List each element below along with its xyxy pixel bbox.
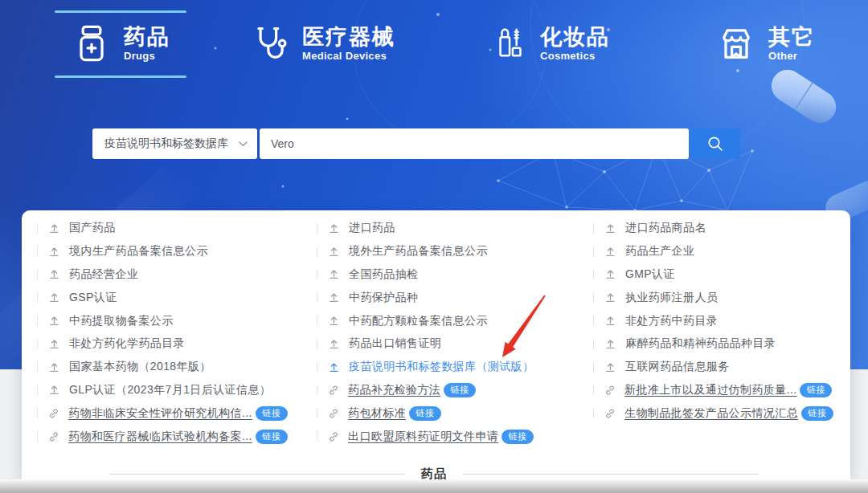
database-link-item[interactable]: 境内生产药品备案信息公示 [37,240,314,263]
chevron-down-icon [239,141,248,147]
link-label: 中药保护品种 [349,291,418,305]
database-select[interactable]: 疫苗说明书和标签数据库 [92,128,257,159]
database-link-item[interactable]: GSP认证 [37,286,314,309]
link-label: 药物非临床安全性评价研究机构信... [68,406,252,421]
database-link-item[interactable]: 非处方药中药目录 [593,309,842,332]
storefront-icon [715,22,757,64]
tab-label-zh: 药品 [124,26,170,48]
search-button[interactable] [690,128,740,159]
link-label: 麻醉药品和精神药品品种目录 [625,336,776,351]
link-label: GMP认证 [625,267,675,282]
link-label: 非处方药中药目录 [625,314,718,328]
database-link-item[interactable]: 互联网药品信息服务 [593,356,842,379]
database-link-item[interactable]: 生物制品批签发产品公示情况汇总 链接 [593,401,842,425]
database-link-item[interactable]: 全国药品抽检 [317,263,590,287]
link-label: 中药提取物备案公示 [69,314,174,328]
link-badge: 链接 [409,406,441,421]
upload-icon [328,361,340,373]
link-label: 非处方药化学药品目录 [69,336,185,351]
link-label: GLP认证（2023年7月1日后认证信息） [69,383,271,397]
link-label: 境内生产药品备案信息公示 [69,244,208,259]
upload-icon [48,361,60,373]
item-divider-tick [317,385,317,395]
database-link-item[interactable]: 进口药品 [317,217,590,240]
tab-medical-devices[interactable]: 医疗器械 Medical Devices [249,18,395,69]
link-icon [48,431,59,442]
link-label: 药品补充检验方法 [348,383,440,397]
search-bar: 疫苗说明书和标签数据库 [92,128,740,159]
item-divider-tick [317,316,317,326]
tab-label-en: Other [768,51,815,62]
links-column-3: 进口药品商品名 药品生产企业 GMP认证 执业药师注册人员 非处方药中药目录 麻… [593,217,842,425]
stethoscope-icon [249,22,291,64]
link-label: 药品出口销售证明 [349,336,441,351]
medicine-bottle-icon [71,22,113,64]
tab-drugs[interactable]: 药品 Drugs [55,18,186,69]
upload-icon [48,384,60,396]
section-header-drugs: 药品 [0,467,868,482]
database-link-item[interactable]: 中药保护品种 [317,286,590,309]
database-link-item[interactable]: GLP认证（2023年7月1日后认证信息） [37,379,314,402]
database-link-item[interactable]: 药品出口销售证明 [317,332,590,356]
database-link-item[interactable]: 新批准上市以及通过仿制药质量... 链接 [593,379,842,402]
section-title: 药品 [421,467,447,482]
tab-label-zh: 化妆品 [540,26,610,48]
database-link-item[interactable]: GMP认证 [593,263,842,287]
item-divider-tick [37,431,38,442]
database-link-item[interactable]: 境外生产药品备案信息公示 [317,240,590,263]
database-link-item[interactable]: 国产药品 [37,217,314,240]
link-label: 互联网药品信息服务 [625,360,730,374]
item-divider-tick [317,223,317,234]
database-link-item[interactable]: 出口欧盟原料药证明文件申请 链接 [317,425,590,448]
search-input[interactable] [260,128,689,159]
selected-database: 疫苗说明书和标签数据库 [104,136,228,151]
link-label: 新批准上市以及通过仿制药质量... [624,383,796,397]
item-divider-tick [37,339,38,349]
database-link-item[interactable]: 药物和医疗器械临床试验机构备案... 链接 [37,425,314,448]
upload-icon [48,246,60,258]
link-label: 进口药品 [349,221,395,235]
database-link-item[interactable]: 非处方药化学药品目录 [37,332,314,356]
link-label: 全国药品抽检 [349,267,418,282]
database-link-item[interactable]: 药包材标准 链接 [317,401,590,425]
link-label: 国产药品 [69,221,116,235]
database-link-item[interactable]: 药物非临床安全性评价研究机构信... 链接 [37,401,314,425]
upload-icon [48,222,60,234]
link-label: 药品经营企业 [69,267,138,282]
upload-icon [328,268,340,280]
link-icon [604,408,616,419]
link-badge: 链接 [256,430,288,444]
upload-icon [328,246,340,258]
database-link-item[interactable]: 疫苗说明书和标签数据库（测试版） [317,356,590,379]
links-column-1: 国产药品 境内生产药品备案信息公示 药品经营企业 GSP认证 中药提取物备案公示… [37,217,314,448]
database-link-item[interactable]: 药品生产企业 [593,240,842,263]
database-link-item[interactable]: 药品经营企业 [37,263,314,287]
tab-other[interactable]: 其它 Other [715,18,815,69]
upload-icon [328,315,340,327]
database-link-item[interactable]: 中药配方颗粒备案信息公示 [317,309,590,332]
item-divider-tick [593,408,594,418]
database-link-item[interactable]: 进口药品商品名 [593,217,842,240]
link-label: 疫苗说明书和标签数据库（测试版） [349,360,534,374]
item-divider-tick [317,292,317,303]
divider-line [463,474,759,475]
link-label: 进口药品商品名 [625,221,706,235]
link-icon [328,408,339,419]
database-link-item[interactable]: 执业药师注册人员 [593,286,842,309]
upload-icon [328,291,340,304]
item-divider-tick [37,223,38,234]
upload-icon [48,338,60,350]
database-link-item[interactable]: 麻醉药品和精神药品品种目录 [593,332,842,356]
link-label: GSP认证 [69,291,117,305]
database-link-item[interactable]: 国家基本药物（2018年版） [37,356,314,379]
item-divider-tick [317,408,317,418]
database-link-item[interactable]: 药品补充检验方法 链接 [317,379,590,402]
upload-icon [328,222,340,234]
upload-icon [604,291,616,304]
item-divider-tick [593,223,594,234]
upload-icon [604,268,616,280]
upload-icon [604,361,616,373]
item-divider-tick [593,246,594,257]
tab-cosmetics[interactable]: 化妆品 Cosmetics [492,18,610,69]
database-link-item[interactable]: 中药提取物备案公示 [37,309,314,332]
